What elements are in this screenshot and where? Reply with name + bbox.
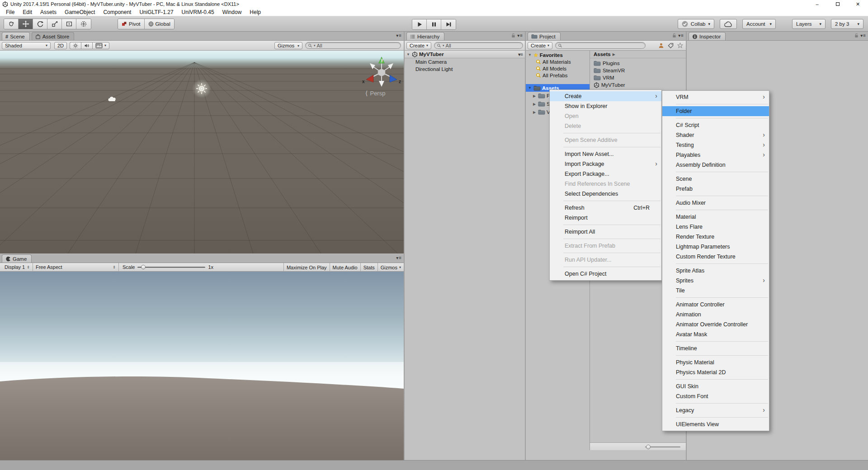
global-toggle-button[interactable]: Global bbox=[145, 19, 174, 29]
menu-edit[interactable]: Edit bbox=[19, 9, 36, 15]
menu-item-reimport-all[interactable]: Reimport All bbox=[550, 227, 661, 237]
menu-item-testing[interactable]: Testing› bbox=[662, 140, 769, 150]
project-panel-menu[interactable]: ▾≡ bbox=[678, 33, 684, 38]
menu-item-playables[interactable]: Playables› bbox=[662, 150, 769, 160]
scene-viewport[interactable]: y x z ⟨ Persp bbox=[0, 51, 404, 254]
inspector-panel-menu[interactable]: ▾≡ bbox=[860, 33, 866, 38]
breadcrumb[interactable]: Assets ▶ bbox=[590, 51, 686, 58]
hierarchy-item-main-camera[interactable]: Main Camera bbox=[405, 58, 525, 66]
menu-item-open-c-project[interactable]: Open C# Project bbox=[550, 269, 661, 279]
menu-item-scene[interactable]: Scene bbox=[662, 174, 769, 184]
axis-x-cone[interactable] bbox=[366, 75, 373, 82]
project-create-dropdown[interactable]: Create▾ bbox=[528, 42, 552, 49]
menu-item-show-in-explorer[interactable]: Show in Explorer bbox=[550, 101, 661, 111]
game-panel-menu[interactable]: ▾≡ bbox=[396, 255, 402, 260]
menu-item-physics-material-2d[interactable]: Physics Material 2D bbox=[662, 367, 769, 377]
menu-assets[interactable]: Assets bbox=[36, 9, 61, 15]
file-item-plugins[interactable]: Plugins bbox=[590, 60, 686, 67]
account-dropdown[interactable]: Account▾ bbox=[742, 19, 776, 29]
axis-neg-cone[interactable] bbox=[370, 63, 375, 69]
lock-icon[interactable] bbox=[672, 33, 676, 38]
scale-tool-button[interactable] bbox=[47, 19, 62, 29]
game-button-stats[interactable]: Stats bbox=[360, 263, 377, 272]
menu-gameobject[interactable]: GameObject bbox=[61, 9, 99, 15]
menu-item-import-new-asset[interactable]: Import New Asset... bbox=[550, 149, 661, 159]
menu-item-lens-flare[interactable]: Lens Flare bbox=[662, 222, 769, 232]
transform-tool-button[interactable] bbox=[76, 19, 91, 29]
maximize-button[interactable] bbox=[827, 0, 848, 8]
favorites-root[interactable]: ▼ ★ Favorites bbox=[526, 52, 590, 58]
menu-univrm-0-45[interactable]: UniVRM-0.45 bbox=[178, 9, 218, 15]
sun-gizmo-icon[interactable] bbox=[192, 79, 212, 99]
file-item-myvtuber[interactable]: MyVTuber bbox=[590, 81, 686, 89]
tab-inspector[interactable]: Inspector bbox=[689, 32, 726, 40]
zoom-slider-thumb[interactable] bbox=[646, 445, 651, 449]
tab-asset-store[interactable]: Asset Store bbox=[32, 32, 74, 40]
foldout-arrow-icon[interactable]: ▼ bbox=[528, 86, 532, 90]
pivot-toggle-button[interactable]: Pivot bbox=[118, 19, 145, 29]
menu-item-folder[interactable]: Folder bbox=[662, 106, 769, 116]
menu-item-c-script[interactable]: C# Script bbox=[662, 120, 769, 130]
menu-window[interactable]: Window bbox=[218, 9, 246, 15]
scene-effects-dropdown[interactable]: ▾ bbox=[92, 42, 109, 49]
aspect-dropdown[interactable]: Free Aspect⇕ bbox=[33, 263, 119, 272]
favorite-item-all-materials[interactable]: All Materials bbox=[526, 58, 590, 65]
lock-icon[interactable] bbox=[854, 33, 859, 38]
menu-item-physic-material[interactable]: Physic Material bbox=[662, 357, 769, 367]
menu-item-import-package[interactable]: Import Package› bbox=[550, 159, 661, 169]
file-item-steamvr[interactable]: SteamVR bbox=[590, 67, 686, 74]
game-button-gizmos[interactable]: Gizmos▾ bbox=[377, 263, 404, 272]
lock-icon[interactable] bbox=[511, 33, 515, 38]
hierarchy-create-dropdown[interactable]: Create▾ bbox=[406, 42, 431, 49]
foldout-arrow-icon[interactable]: ▼ bbox=[406, 52, 410, 56]
collapse-arrow-icon[interactable]: ▶ bbox=[532, 102, 537, 106]
axis-z-cone[interactable] bbox=[390, 75, 397, 82]
menu-item-refresh[interactable]: RefreshCtrl+R bbox=[550, 203, 661, 213]
thumbnail-zoom-slider[interactable] bbox=[645, 446, 680, 447]
scene-row-menu[interactable]: ▾≡ bbox=[518, 52, 523, 57]
menu-component[interactable]: Component bbox=[99, 9, 135, 15]
shading-mode-dropdown[interactable]: Shaded▾ bbox=[2, 42, 51, 49]
search-by-label-icon[interactable] bbox=[668, 42, 674, 48]
step-button[interactable] bbox=[441, 19, 456, 29]
favorites-star-icon[interactable] bbox=[677, 42, 683, 48]
scale-thumb[interactable] bbox=[141, 265, 146, 269]
tab-scene[interactable]: # Scene bbox=[2, 32, 30, 40]
menu-item-legacy[interactable]: Legacy› bbox=[662, 405, 769, 415]
menu-item-animation[interactable]: Animation bbox=[662, 310, 769, 320]
menu-item-animator-controller[interactable]: Animator Controller bbox=[662, 300, 769, 310]
menu-item-lightmap-parameters[interactable]: Lightmap Parameters bbox=[662, 242, 769, 252]
scene-panel-menu[interactable]: ▾≡ bbox=[396, 33, 402, 38]
tab-hierarchy[interactable]: Hierarchy bbox=[406, 32, 444, 40]
cloud-button[interactable] bbox=[720, 19, 737, 29]
menu-item-export-package[interactable]: Export Package... bbox=[550, 169, 661, 179]
file-item-vrm[interactable]: VRM bbox=[590, 74, 686, 81]
hierarchy-item-directional-light[interactable]: Directional Light bbox=[405, 66, 525, 73]
menu-item-prefab[interactable]: Prefab bbox=[662, 184, 769, 194]
hierarchy-search-input[interactable]: ▾ All bbox=[434, 42, 523, 49]
menu-unigltf-1-27[interactable]: UniGLTF-1.27 bbox=[135, 9, 177, 15]
minimize-button[interactable]: – bbox=[807, 0, 827, 8]
menu-item-shader[interactable]: Shader› bbox=[662, 130, 769, 140]
hierarchy-scene-row[interactable]: ▼ MyVTuber ▾≡ bbox=[405, 51, 525, 58]
menu-item-select-dependencies[interactable]: Select Dependencies bbox=[550, 189, 661, 199]
rotate-tool-button[interactable] bbox=[33, 19, 47, 29]
game-button-mute-audio[interactable]: Mute Audio bbox=[330, 263, 360, 272]
game-viewport[interactable] bbox=[0, 272, 404, 460]
axis-neg-cone[interactable] bbox=[388, 63, 393, 69]
scene-search-input[interactable]: ▾ All bbox=[305, 42, 401, 49]
tab-game[interactable]: Game bbox=[2, 254, 32, 263]
favorite-item-all-models[interactable]: All Models bbox=[526, 65, 590, 72]
scale-track[interactable] bbox=[137, 267, 205, 268]
menu-item-custom-render-texture[interactable]: Custom Render Texture bbox=[662, 252, 769, 262]
foldout-arrow-icon[interactable]: ▼ bbox=[528, 53, 532, 57]
menu-item-avatar-mask[interactable]: Avatar Mask bbox=[662, 329, 769, 339]
menu-item-uielements-view[interactable]: UIElements View bbox=[662, 419, 769, 429]
favorite-item-all-prefabs[interactable]: All Prefabs bbox=[526, 72, 590, 79]
2d-toggle-button[interactable]: 2D bbox=[54, 42, 67, 49]
axis-neg-cone[interactable] bbox=[379, 81, 384, 87]
pause-button[interactable] bbox=[427, 19, 441, 29]
layers-dropdown[interactable]: Layers▾ bbox=[792, 19, 826, 29]
tab-project[interactable]: Project bbox=[528, 32, 561, 40]
menu-item-custom-font[interactable]: Custom Font bbox=[662, 391, 769, 401]
